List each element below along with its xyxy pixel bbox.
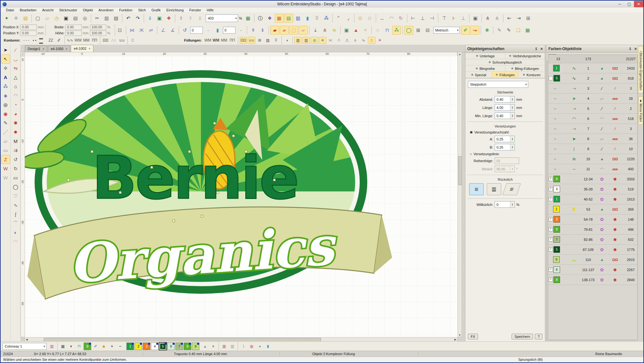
wave-fill-icon[interactable]: ⋉ — [327, 37, 335, 44]
menu-stickmuster[interactable]: Stickmuster — [56, 8, 80, 12]
tatami-fill-icon[interactable]: MM — [220, 37, 228, 44]
palette-strip-icon[interactable]: ▥ — [48, 343, 56, 350]
palette-chip-6[interactable]: 6 — [167, 343, 175, 350]
unlock-icon[interactable]: ⊙ — [365, 14, 374, 23]
run-triple-icon[interactable]: ▬ ▬ — [39, 37, 47, 44]
color-grid-icon[interactable]: ▦ — [59, 343, 67, 350]
menu-datei[interactable]: Datei — [3, 8, 17, 12]
mirror-merge-icon[interactable]: ⇌ — [147, 26, 155, 35]
color-chip[interactable]: 1 — [553, 65, 560, 71]
travel-run-icon[interactable]: ⇣ — [311, 26, 320, 35]
properties-tab-schrumpfausgleich[interactable]: ❖Schrumpfausgleich — [465, 59, 545, 65]
fish-motif-icon[interactable]: ≋ — [330, 26, 339, 35]
design-canvas[interactable]: Bernie Organics — [25, 56, 458, 337]
team-names-tool[interactable]: ⁂ — [1, 82, 10, 91]
satin-raised-icon[interactable]: WW — [75, 37, 82, 44]
expand-icon[interactable]: + — [549, 227, 553, 231]
print-preview-icon[interactable]: ◎ — [80, 14, 89, 23]
arch-tool[interactable]: ◠ — [11, 237, 20, 246]
lock-icon[interactable]: ⊙ — [356, 14, 365, 23]
insert-stitch-file-icon[interactable]: ⇓ — [146, 14, 154, 23]
object-row[interactable]: ┈▸∼11◠ʍʍ400 — [548, 164, 637, 174]
globe-tool[interactable]: ◐ — [11, 228, 20, 237]
a-field[interactable]: 0.25▲▼ — [495, 136, 515, 142]
space-evenly-v-icon[interactable]: ⇥ — [514, 14, 523, 23]
color-chip[interactable]: 2 — [553, 206, 560, 213]
radial-fill-a-icon[interactable]: Λ — [335, 37, 343, 44]
transform-tool[interactable]: ✥ — [1, 64, 10, 73]
contour-fill-icon[interactable]: ◖ — [283, 37, 291, 44]
pencil-icon[interactable]: ✎ — [495, 26, 504, 35]
document-tab-e4-1002[interactable]: e4-1002× — [71, 45, 93, 52]
object-row[interactable]: 2⬮53◕ΩΩ369 — [548, 204, 637, 214]
reshape-tool[interactable]: ↖ — [1, 54, 10, 64]
group-icon[interactable]: ▣ — [471, 14, 480, 23]
align-middle-icon[interactable]: ⊦ — [449, 14, 458, 23]
satin-raised-fill-icon[interactable]: WM — [212, 37, 220, 44]
motif-fill-icon[interactable]: ⠿ — [272, 37, 280, 44]
shirt-product-icon[interactable]: ⊓ — [383, 26, 391, 35]
expand-icon[interactable]: + — [549, 197, 553, 201]
loop-cw-tool[interactable]: ↻ — [11, 164, 20, 173]
object-row[interactable]: -5∿2◕ΩΩ818 — [548, 73, 637, 83]
swatch-pair-icon[interactable]: ❏ — [514, 26, 523, 35]
object-row[interactable]: +435-39✿◉519 — [548, 184, 637, 194]
shape-white-tool[interactable]: ▱ — [1, 137, 10, 146]
close-icon[interactable]: ✕ — [634, 47, 637, 51]
program-split-icon[interactable]: ⊞ — [256, 37, 264, 44]
step-fill-icon[interactable]: ΩΩ — [240, 37, 247, 44]
shapes-icon[interactable]: ▲ — [352, 26, 360, 35]
menu-einrichtung[interactable]: Einrichtung — [164, 8, 186, 12]
cut-icon[interactable]: ✂ — [93, 14, 102, 23]
stitch-edit-tool[interactable]: Z — [1, 155, 10, 164]
palette-chip-5[interactable]: 5 — [159, 343, 167, 350]
fill-nib-icon[interactable]: ◆ — [100, 343, 108, 350]
zigzag-ghost-tool[interactable]: W — [1, 173, 10, 182]
object-row[interactable]: ┈▸⟩9∕⁄10 — [548, 144, 637, 154]
spool-icon[interactable]: ▮ — [264, 343, 272, 350]
blanket-icon[interactable]: ΠΠ — [91, 37, 98, 44]
radial-fill-c-icon[interactable]: ∧ — [352, 37, 359, 44]
rueckstich-standard-button[interactable]: ≡ — [469, 183, 484, 195]
basic-shapes-tool[interactable]: ♡ — [11, 191, 20, 201]
maximize-button[interactable]: ▢ — [625, 1, 634, 7]
color-bars-icon[interactable]: ▥ — [294, 14, 303, 23]
menu-hilfe[interactable]: Hilfe — [204, 8, 216, 12]
mirror-wreath-icon[interactable]: ◠ — [387, 14, 396, 23]
send-to-machine-icon[interactable]: ⇪ — [186, 14, 195, 23]
object-row[interactable]: ┈▸⇢5∕⁄2 — [548, 104, 637, 114]
thread-palette-icon[interactable]: ▦ — [275, 14, 284, 23]
measure-units-select[interactable]: Metrisch▾ — [433, 27, 460, 34]
menu-objekt[interactable]: Objekt — [80, 8, 96, 12]
close-icon[interactable]: ✕ — [540, 47, 543, 51]
color-chip[interactable]: 8 — [553, 176, 560, 182]
object-row[interactable]: ┈▸◠6◠ʍʍ518 — [548, 114, 637, 124]
color-chip[interactable]: 8 — [553, 226, 560, 233]
expand-icon[interactable]: + — [549, 268, 553, 272]
skew-tool-icon[interactable]: ▮ — [213, 26, 222, 35]
degree-dot[interactable]: · — [204, 26, 213, 35]
zigzag-icon[interactable]: ZZ — [47, 37, 55, 44]
save-icon[interactable]: ▣ — [62, 14, 70, 23]
shape-gray-tool[interactable]: ▭ — [1, 146, 10, 155]
hoop-icon[interactable]: ◯ — [404, 26, 413, 35]
properties-tab-verbindungsstiche[interactable]: ❖Verbindungsstiche — [505, 53, 545, 59]
vertical-scrollbar[interactable]: ▲ ▼ — [458, 52, 462, 337]
stitch-angle2-icon[interactable]: ⇟ — [258, 26, 267, 35]
expand-icon[interactable]: + — [549, 177, 553, 181]
copy-icon[interactable]: ▥ — [102, 14, 111, 23]
sculpture-run-icon[interactable]: ∴∴ — [110, 37, 118, 44]
rueckstich-diagonal-button[interactable]: ≡ — [502, 183, 521, 195]
insert-image-icon[interactable]: ▣ — [155, 14, 164, 23]
expand-icon[interactable]: + — [549, 187, 553, 191]
object-row[interactable]: ┈▸➤4▱ʍʍ28 — [548, 94, 637, 104]
run-stitch-icon[interactable]: - - - — [23, 37, 30, 44]
scale-y-field[interactable]: 100.00 — [90, 31, 106, 36]
versetzungslinie-radio[interactable]: ○ — [470, 152, 472, 156]
object-row[interactable]: +812-34✿◉2003 — [548, 174, 637, 184]
wheel-fill-icon[interactable]: ✳ — [376, 37, 384, 44]
square-fill-icon[interactable]: ∪∪ — [248, 37, 255, 44]
object-row[interactable]: +8138-173✿◉2849 — [548, 275, 637, 285]
design-info-icon[interactable]: ⓘ — [256, 14, 265, 23]
width-field[interactable]: 0.00 — [65, 25, 82, 30]
